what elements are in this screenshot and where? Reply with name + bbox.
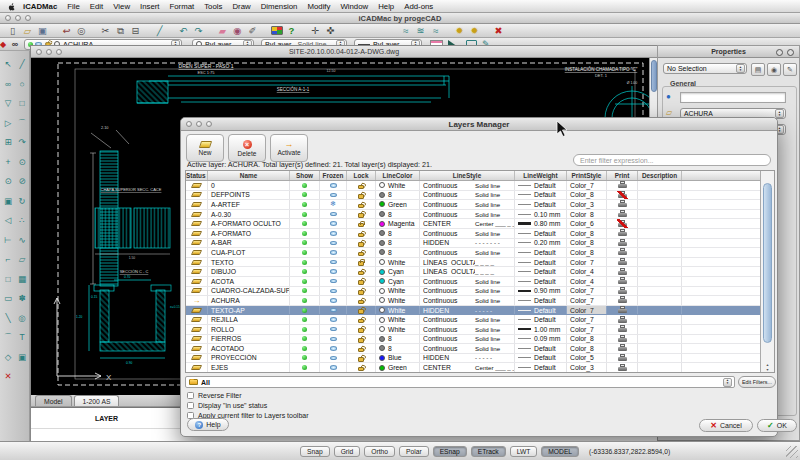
cell-print[interactable] — [607, 239, 638, 248]
column-header-description[interactable]: Description — [638, 171, 682, 180]
cell-printstyle[interactable]: Color_7 — [567, 287, 607, 296]
tool-col2-15[interactable]: ▣ — [18, 348, 26, 368]
cell-description[interactable] — [638, 296, 682, 305]
table-scroll-arrows[interactable]: ▲▼ — [761, 363, 774, 372]
cell-description[interactable] — [638, 306, 682, 315]
cell-frozen[interactable] — [320, 248, 347, 257]
menu-file[interactable]: File — [62, 2, 85, 11]
cell-status[interactable] — [186, 181, 208, 190]
toggle-polar[interactable]: Polar — [399, 446, 429, 457]
cell-description[interactable] — [638, 335, 682, 344]
cell-linestyle[interactable]: ContinuousSolid line — [420, 344, 515, 353]
column-header-printstyle[interactable]: PrintStyle — [567, 171, 607, 180]
cell-linestyle[interactable]: ContinuousSolid line — [420, 315, 515, 324]
cell-linecolor[interactable]: Cyan — [376, 277, 420, 286]
cell-lineweight[interactable]: 0.20 mm — [515, 239, 567, 248]
cell-linestyle[interactable]: LÍNEAS_OCULTAS2..._ _ _ _ — [420, 267, 515, 276]
cell-lineweight[interactable]: Default — [515, 354, 567, 363]
cell-printstyle[interactable]: Color_4 — [567, 267, 607, 276]
cell-lineweight[interactable]: 0.90 mm — [515, 287, 567, 296]
cell-description[interactable] — [638, 287, 682, 296]
cell-linestyle[interactable]: ContinuousSolid line — [420, 335, 515, 344]
cell-linecolor[interactable]: Cyan — [376, 267, 420, 276]
cell-lineweight[interactable]: Default — [515, 181, 567, 190]
cell-description[interactable] — [638, 248, 682, 257]
cell-status[interactable] — [186, 248, 208, 257]
cell-print[interactable] — [607, 210, 638, 219]
cell-lock[interactable] — [347, 363, 376, 372]
cell-description[interactable] — [638, 210, 682, 219]
cell-print[interactable] — [607, 267, 638, 276]
tool-col2-3[interactable]: ⌒ — [18, 114, 27, 134]
cell-name[interactable]: FIERROS — [208, 335, 290, 344]
cell-show[interactable] — [290, 296, 320, 305]
cell-linecolor[interactable]: 8 — [376, 248, 420, 257]
tool-col1-11[interactable]: □ — [5, 270, 10, 290]
cell-frozen[interactable] — [320, 239, 347, 248]
cell-show[interactable] — [290, 229, 320, 238]
table-scrollbar[interactable]: ▲▼ — [760, 171, 774, 373]
cell-show[interactable] — [290, 239, 320, 248]
cell-status[interactable] — [186, 306, 208, 315]
tool-col1-1[interactable]: ∞ — [5, 75, 11, 95]
cell-show[interactable] — [290, 344, 320, 353]
cell-linecolor[interactable]: 8 — [376, 210, 420, 219]
layer-row-proyecci-n[interactable]: PROYECCIÓNBlueHIDDEN- - - - -DefaultColo… — [186, 354, 774, 364]
tool-col2-8[interactable]: ∴ — [19, 211, 24, 231]
cell-lock[interactable] — [347, 210, 376, 219]
dialog-zoom-button[interactable] — [206, 121, 212, 127]
cell-print[interactable] — [607, 363, 638, 372]
cell-name[interactable]: A-FORMATO — [208, 229, 290, 238]
cell-lock[interactable] — [347, 287, 376, 296]
selection-combo[interactable]: No Selection ▲▼ — [663, 63, 747, 74]
cell-linecolor[interactable]: 8 — [376, 191, 420, 200]
selection-combo-stepper[interactable]: ▲▼ — [736, 64, 745, 73]
cell-linestyle[interactable]: LÍNEAS_OCULTAS2..._ _ _ _ — [420, 258, 515, 267]
cell-print[interactable] — [607, 287, 638, 296]
cell-linestyle[interactable]: ContinuousSolid line — [420, 200, 515, 209]
cell-printstyle[interactable]: Color_8 — [567, 335, 607, 344]
toggle-snap[interactable]: Snap — [300, 446, 330, 457]
cell-name[interactable]: ROLLO — [208, 325, 290, 334]
filter-expression-input[interactable]: Enter filter expression... — [573, 154, 771, 166]
cell-lock[interactable] — [347, 267, 376, 276]
cell-status[interactable] — [186, 315, 208, 324]
cell-lock[interactable] — [347, 325, 376, 334]
paste-icon[interactable]: ⊟ — [128, 25, 143, 37]
tab-1-200-as[interactable]: 1-200 AS — [74, 395, 120, 406]
checkbox-box-1[interactable] — [187, 402, 194, 409]
cell-lock[interactable] — [347, 277, 376, 286]
cell-show[interactable] — [290, 267, 320, 276]
cell-linecolor[interactable]: Magenta — [376, 219, 420, 228]
layers-table-header[interactable]: Status ▾NameShowFrozenLockLineColorLineS… — [186, 171, 774, 181]
layer-row-defpoints[interactable]: DEFPOINTS8ContinuousSolid lineDefaultCol… — [186, 191, 774, 201]
cell-frozen[interactable] — [320, 344, 347, 353]
cell-description[interactable] — [638, 191, 682, 200]
new-layer-button[interactable]: New — [186, 134, 224, 162]
cell-description[interactable] — [638, 258, 682, 267]
cell-linecolor[interactable]: White — [376, 296, 420, 305]
cell-lineweight[interactable]: Default — [515, 191, 567, 200]
cell-status[interactable] — [186, 258, 208, 267]
menu-insert[interactable]: Insert — [135, 2, 165, 11]
cell-frozen[interactable] — [320, 267, 347, 276]
toggle-ortho[interactable]: Ortho — [364, 446, 395, 457]
quick-select-button[interactable]: ◉ — [767, 63, 781, 76]
cell-description[interactable] — [638, 181, 682, 190]
layer-on-icon[interactable]: ✹ — [452, 25, 467, 37]
draw-line-icon[interactable]: ╱ — [152, 25, 167, 37]
layer-row-a-0-30[interactable]: A-0.308ContinuousSolid line0.10 mmColor_… — [186, 210, 774, 220]
column-header-frozen[interactable]: Frozen — [320, 171, 347, 180]
tool-col2-13[interactable]: ◎ — [18, 309, 25, 329]
cell-name[interactable]: TEXTO — [208, 258, 290, 267]
cell-lineweight[interactable]: Default — [515, 315, 567, 324]
cell-lineweight[interactable]: 1.00 mm — [515, 325, 567, 334]
cell-linestyle[interactable]: CENTERCenter ___ _ ___ — [420, 219, 515, 228]
cell-lock[interactable] — [347, 335, 376, 344]
cell-print[interactable] — [607, 306, 638, 315]
layer-row-texto[interactable]: TEXTOWhiteLÍNEAS_OCULTAS2..._ _ _ _Defau… — [186, 258, 774, 268]
delete-layer-button[interactable]: ×Delete — [228, 134, 266, 162]
menu-modify[interactable]: Modify — [302, 2, 335, 11]
cell-lineweight[interactable]: Default — [515, 277, 567, 286]
table-scroll-thumb[interactable] — [763, 183, 772, 343]
